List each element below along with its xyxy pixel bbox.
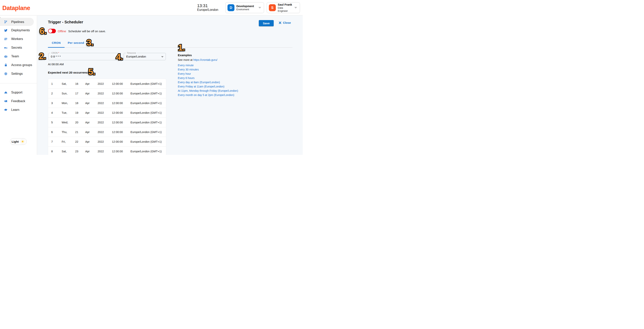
cell-year: 2022 <box>98 140 112 143</box>
cell-year: 2022 <box>98 121 112 124</box>
active-tab-indicator <box>48 47 64 48</box>
sidebar-item-label: Deployments <box>11 28 30 32</box>
cell-weekday: Wed, <box>62 121 75 124</box>
sidebar-item-pipelines[interactable]: Pipelines <box>0 18 34 26</box>
tab-per-second[interactable]: Per second <box>67 38 85 47</box>
toggle-knob <box>48 29 52 33</box>
user-avatar: S <box>269 4 276 11</box>
pipelines-icon <box>4 20 8 24</box>
example-link-every-day-8am[interactable]: Every day at 8am (Europe/London) <box>178 80 238 84</box>
cell-weekday: Thu, <box>62 130 75 134</box>
cell-timezone: Europe/London (GMT+1) <box>130 82 166 85</box>
team-icon <box>4 54 8 58</box>
cell-time: 12:00:00 <box>112 130 130 134</box>
sidebar-item-label: Secrets <box>11 46 22 49</box>
deployments-icon <box>4 28 8 32</box>
cell-weekday: Mon, <box>62 102 75 105</box>
sidebar-item-learn[interactable]: Learn <box>0 105 37 114</box>
sidebar-item-label: Settings <box>11 72 23 75</box>
examples-title: Examples <box>178 53 238 57</box>
clock-timezone: Europe/London <box>197 8 218 11</box>
save-button[interactable]: Save <box>259 20 274 26</box>
table-row: 8Sat,23Apr202212:00:00Europe/London (GMT… <box>48 147 166 155</box>
cell-index: 2 <box>51 92 62 95</box>
sidebar-item-feedback[interactable]: Feedback <box>0 97 37 105</box>
cell-timezone: Europe/London (GMT+1) <box>130 121 166 124</box>
cell-day: 21 <box>75 130 85 134</box>
cell-month: Apr <box>85 140 98 143</box>
tab-cron[interactable]: CRON <box>48 38 64 47</box>
annotation-6: 6. <box>40 27 46 35</box>
cell-weekday: Sun, <box>62 92 75 95</box>
table-row: 7Fri,22Apr202212:00:00Europe/London (GMT… <box>48 137 166 147</box>
app-logo: Dataplane <box>2 5 30 11</box>
sidebar-item-support[interactable]: Support <box>0 88 37 97</box>
cell-day: 20 <box>75 121 85 124</box>
user-role: Data Engineer <box>278 6 292 12</box>
top-header: Dataplane 13:31 Europe/London D Developm… <box>0 0 303 15</box>
example-link-every-hour[interactable]: Every hour <box>178 72 238 76</box>
main-content: Trigger - Scheduler Save Close Offline S… <box>37 16 303 155</box>
sidebar-item-workers[interactable]: Workers <box>0 34 37 43</box>
cell-day: 16 <box>75 82 85 85</box>
sidebar-item-label: Feedback <box>11 99 25 103</box>
theme-toggle-button[interactable]: Light <box>10 138 27 145</box>
sidebar-item-secrets[interactable]: Secrets <box>0 43 37 52</box>
user-dropdown[interactable]: S Saul Frank Data Engineer <box>267 2 300 13</box>
example-link-every-30-minutes[interactable]: Every 30 minutes <box>178 67 238 72</box>
page-title: Trigger - Scheduler <box>48 20 83 24</box>
scheduler-status-label: Offline <box>58 29 66 33</box>
feedback-icon <box>4 99 8 103</box>
timezone-select[interactable]: Timezone Europe/London <box>124 53 166 60</box>
sidebar-item-label: Learn <box>11 108 19 112</box>
cell-month: Apr <box>85 150 98 153</box>
cell-time: 12:00:00 <box>112 82 130 85</box>
example-link-every-friday-11am[interactable]: Every Friday at 11am (Europe/London) <box>178 84 238 89</box>
crontab-guru-link[interactable]: https://crontab.guru/ <box>193 58 218 61</box>
cron-input[interactable]: CRON * 0 8 * * * <box>48 53 118 60</box>
learn-icon <box>4 108 8 112</box>
support-icon <box>4 90 8 94</box>
environment-dropdown[interactable]: D Development Enviroment <box>225 2 264 13</box>
annotation-2: 2. <box>39 52 46 60</box>
environment-name: Development <box>236 5 256 8</box>
sidebar-item-access-groups[interactable]: Access groups <box>0 61 37 69</box>
workers-icon <box>4 37 8 41</box>
scheduler-online-toggle[interactable] <box>48 29 56 33</box>
example-link-every-minute[interactable]: Every minute <box>178 63 238 67</box>
cell-time: 12:00:00 <box>112 92 130 95</box>
sidebar-item-label: Pipelines <box>11 20 24 24</box>
example-link-month-day5-2pm[interactable]: Every month on day 5 at 2pm (Europe/Lond… <box>178 93 238 97</box>
sidebar-item-settings[interactable]: Settings <box>0 69 37 78</box>
cron-description: At 08:00 AM <box>48 62 64 66</box>
cell-year: 2022 <box>98 150 112 153</box>
clock: 13:31 Europe/London <box>197 3 218 12</box>
sidebar-item-deployments[interactable]: Deployments <box>0 26 37 34</box>
example-link-11pm-mon-fri[interactable]: At 11pm, Monday through Friday (Europe/L… <box>178 89 238 93</box>
cell-time: 12:00:00 <box>112 121 130 124</box>
cell-day: 17 <box>75 92 85 95</box>
sidebar-item-label: Team <box>11 54 19 58</box>
secrets-icon <box>4 46 8 50</box>
sidebar-item-team[interactable]: Team <box>0 52 37 61</box>
example-link-every-6-hours[interactable]: Every 6 hours <box>178 76 238 80</box>
theme-toggle-label: Light <box>12 140 19 143</box>
close-label: Close <box>283 21 291 24</box>
table-row: 2Sun,17Apr202212:00:00Europe/London (GMT… <box>48 89 166 98</box>
cell-year: 2022 <box>98 111 112 114</box>
close-button[interactable]: Close <box>278 21 291 24</box>
cell-timezone: Europe/London (GMT+1) <box>130 111 166 114</box>
environment-subtitle: Enviroment <box>236 8 256 11</box>
cell-index: 8 <box>51 150 62 153</box>
environment-avatar: D <box>228 4 234 11</box>
cell-timezone: Europe/London (GMT+1) <box>130 92 166 95</box>
table-row: 4Tue,19Apr202212:00:00Europe/London (GMT… <box>48 108 166 118</box>
sidebar-item-label: Workers <box>11 37 23 41</box>
cell-day: 19 <box>75 111 85 114</box>
table-row: 1Sat,16Apr202212:00:00Europe/London (GMT… <box>48 79 166 89</box>
cell-day: 23 <box>75 150 85 153</box>
occurrences-title: Expected next 20 occurrences <box>48 71 91 74</box>
table-row: 6Thu,21Apr202212:00:00Europe/London (GMT… <box>48 127 166 137</box>
chevron-down-icon <box>258 7 261 8</box>
cron-input-value: 0 8 * * * <box>51 53 61 60</box>
